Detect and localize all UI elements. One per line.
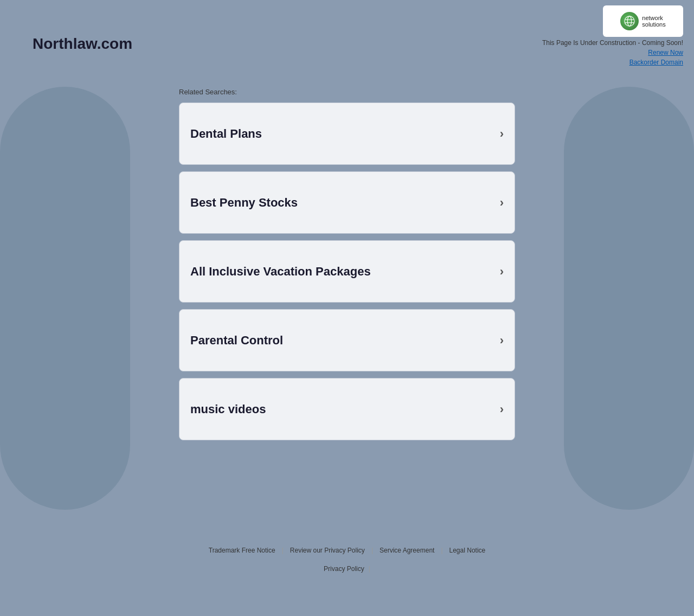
search-item[interactable]: Parental Control› <box>179 309 515 371</box>
search-item-label: All Inclusive Vacation Packages <box>190 265 371 279</box>
search-item[interactable]: Dental Plans› <box>179 102 515 165</box>
footer-link[interactable]: Service Agreement <box>373 547 441 554</box>
footer-link[interactable]: Review our Privacy Policy <box>284 547 371 554</box>
search-item-label: Best Penny Stocks <box>190 196 298 210</box>
search-item[interactable]: All Inclusive Vacation Packages› <box>179 240 515 303</box>
under-construction-text: This Page Is Under Construction - Coming… <box>542 39 683 47</box>
search-item[interactable]: music videos› <box>179 378 515 440</box>
renew-now-link[interactable]: Renew Now <box>648 49 683 56</box>
search-item[interactable]: Best Penny Stocks› <box>179 171 515 234</box>
footer-link[interactable]: Trademark Free Notice <box>202 547 282 554</box>
network-solutions-logo[interactable]: network solutions <box>603 5 683 37</box>
chevron-right-icon: › <box>500 265 504 279</box>
footer-link[interactable]: Legal Notice <box>443 547 492 554</box>
search-item-label: Parental Control <box>190 333 283 348</box>
related-searches-label: Related Searches: <box>179 88 515 96</box>
footer-bottom-link[interactable]: Privacy Policy <box>324 565 364 573</box>
chevron-right-icon: › <box>500 196 504 210</box>
search-item-label: Dental Plans <box>190 127 262 141</box>
svg-point-0 <box>625 16 634 26</box>
chevron-right-icon: › <box>500 333 504 348</box>
footer-bottom: Privacy Policy| <box>324 565 370 573</box>
footer-bottom-trail: | <box>369 565 370 573</box>
page-footer: Trademark Free Notice|Review our Privacy… <box>0 547 694 573</box>
page-header: Northlaw.com network solutions T <box>0 0 694 72</box>
search-item-label: music videos <box>190 402 266 416</box>
svg-point-1 <box>628 16 632 26</box>
search-items-list: Dental Plans›Best Penny Stocks›All Inclu… <box>179 102 515 440</box>
ns-logo-text: network solutions <box>642 15 665 28</box>
header-right: network solutions This Page Is Under Con… <box>542 5 683 66</box>
site-title: Northlaw.com <box>33 5 132 53</box>
ns-globe-icon <box>620 12 639 30</box>
chevron-right-icon: › <box>500 127 504 141</box>
chevron-right-icon: › <box>500 402 504 416</box>
backorder-domain-link[interactable]: Backorder Domain <box>629 59 683 66</box>
main-content: Related Searches: Dental Plans›Best Penn… <box>0 72 694 463</box>
footer-links: Trademark Free Notice|Review our Privacy… <box>202 547 492 554</box>
